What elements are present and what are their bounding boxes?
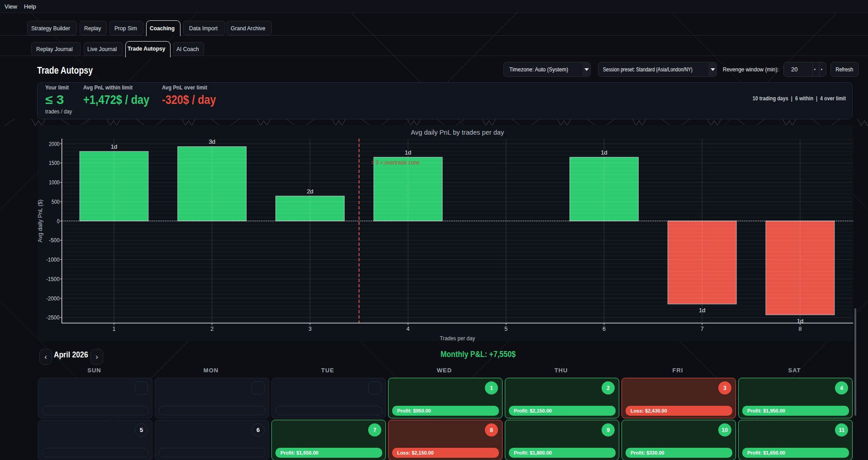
svg-text:-500: -500 xyxy=(49,237,60,244)
svg-text:1: 1 xyxy=(113,326,116,332)
svg-text:1000: 1000 xyxy=(49,179,60,186)
svg-text:2d: 2d xyxy=(307,188,313,195)
svg-text:5: 5 xyxy=(504,326,508,332)
svg-text:-2500: -2500 xyxy=(46,314,60,321)
svg-text:1500: 1500 xyxy=(49,160,60,166)
svg-text:Avg daily PnL by trades per da: Avg daily PnL by trades per day xyxy=(411,128,504,136)
svg-text:500: 500 xyxy=(52,198,60,205)
svg-text:2: 2 xyxy=(210,326,213,332)
svg-text:4: 4 xyxy=(407,326,410,332)
svg-text:-1500: -1500 xyxy=(46,276,60,282)
svg-text:Trades per day: Trades per day xyxy=(440,335,475,342)
svg-text:3d: 3d xyxy=(209,138,215,145)
svg-text:2000: 2000 xyxy=(49,141,60,147)
svg-text:1d: 1d xyxy=(405,149,411,156)
svg-text:1d: 1d xyxy=(797,318,803,324)
svg-text:1d: 1d xyxy=(601,149,607,156)
svg-text:6: 6 xyxy=(602,326,606,332)
svg-text:Avg daily PnL ($): Avg daily PnL ($) xyxy=(37,200,43,243)
svg-text:-2000: -2000 xyxy=(46,295,60,302)
svg-text:3: 3 xyxy=(308,326,312,332)
svg-text:-1000: -1000 xyxy=(46,256,60,263)
svg-text:1d: 1d xyxy=(699,307,705,314)
svg-text:> 3 = overtrade zone: > 3 = overtrade zone xyxy=(371,160,420,166)
svg-text:8: 8 xyxy=(798,326,802,332)
svg-text:7: 7 xyxy=(701,326,704,332)
svg-text:0: 0 xyxy=(57,218,60,225)
svg-text:1d: 1d xyxy=(111,143,117,150)
